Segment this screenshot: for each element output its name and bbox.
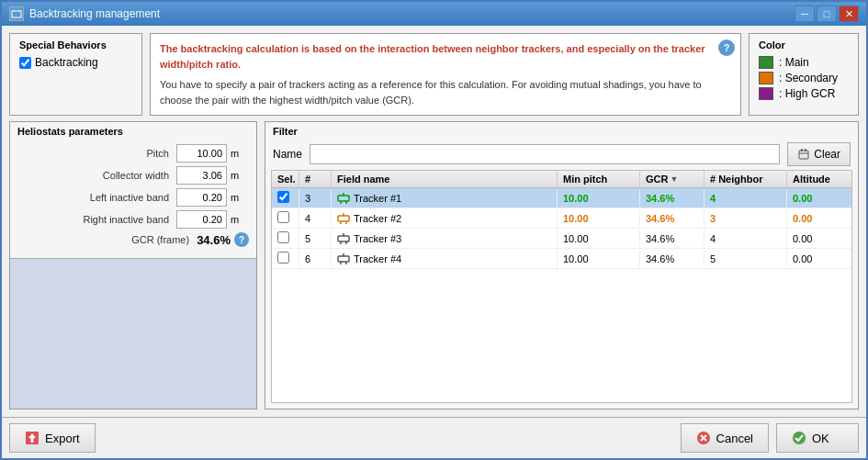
gcr-help-icon[interactable]: ? (234, 232, 249, 247)
color-swatch-high-gcr (759, 87, 773, 100)
table-header: Sel. # Field name Min pitch GCR ▼ # Neig… (272, 171, 851, 188)
tracker-name-1: Tracker #1 (354, 193, 401, 204)
color-legend-panel: Color : Main : Secondary : High GCR (749, 33, 859, 116)
td-num-2: 4 (299, 210, 332, 227)
col-gcr[interactable]: GCR ▼ (640, 171, 705, 187)
td-sel-4 (272, 249, 299, 268)
color-item-secondary: : Secondary (759, 72, 849, 84)
tracker-name-2: Tracker #2 (354, 213, 401, 224)
bottom-bar: Export Cancel OK (2, 417, 866, 458)
td-num-1: 3 (299, 190, 332, 207)
col-num: # (299, 171, 332, 187)
title-bar-left: Backtracking management (9, 6, 160, 21)
ok-label: OK (812, 432, 829, 445)
pitch-input[interactable] (176, 144, 227, 163)
tracker-cell-1: Tracker #1 (337, 192, 551, 205)
td-neighbor-4: 5 (705, 251, 787, 267)
backtracking-checkbox[interactable] (19, 57, 31, 69)
table-row[interactable]: 6 Tracker #4 (272, 249, 851, 269)
row-checkbox-2[interactable] (277, 211, 289, 223)
td-sel-2 (272, 208, 299, 228)
td-pitch-2: 10.00 (558, 210, 640, 227)
table-row[interactable]: 4 Tracker #2 (272, 208, 851, 229)
td-name-1: Tracker #1 (332, 189, 558, 208)
tracker-cell-3: Tracker #3 (337, 232, 551, 245)
pitch-label: Pitch (17, 148, 176, 159)
param-row-gcr: GCR (frame) 34.6% ? (17, 232, 249, 247)
row-checkbox-3[interactable] (277, 231, 289, 243)
close-button[interactable]: ✕ (839, 6, 859, 22)
top-row: Special Behaviors Backtracking The backt… (9, 33, 859, 116)
color-item-high-gcr: : High GCR (759, 87, 849, 100)
col-min-pitch: Min pitch (558, 171, 640, 187)
collector-width-input[interactable] (176, 166, 227, 185)
color-swatch-main (759, 56, 773, 69)
tracker-cell-4: Tracker #4 (337, 252, 551, 265)
info-help-icon[interactable]: ? (718, 39, 735, 56)
clear-button[interactable]: Clear (787, 142, 851, 166)
color-swatch-secondary (759, 72, 773, 84)
row-checkbox-4[interactable] (277, 252, 289, 264)
td-altitude-4: 0.00 (787, 251, 851, 267)
td-gcr-4: 34.6% (640, 251, 705, 267)
backtracking-checkbox-row: Backtracking (19, 56, 132, 69)
param-row-right-band: Right inactive band m (17, 210, 249, 229)
table-body: 3 Tracker #1 (272, 188, 851, 402)
svg-rect-7 (338, 196, 349, 201)
td-sel-3 (272, 229, 299, 248)
filter-name-label: Name (273, 148, 302, 161)
svg-rect-3 (799, 151, 808, 159)
main-content: Special Behaviors Backtracking The backt… (2, 26, 866, 417)
right-band-label: Right inactive band (17, 214, 176, 225)
filter-name-input[interactable] (310, 144, 780, 164)
svg-rect-0 (12, 11, 21, 17)
col-neighbor: # Neighbor (705, 171, 787, 187)
color-label-main: : Main (779, 56, 809, 69)
clear-icon (797, 148, 810, 161)
td-pitch-1: 10.00 (558, 190, 640, 207)
special-behaviors-panel: Special Behaviors Backtracking (9, 33, 142, 116)
backtracking-label: Backtracking (35, 56, 98, 69)
filter-row: Name Clear (265, 139, 858, 170)
td-num-3: 5 (299, 230, 332, 247)
heliostats-panel: Heliostats parameters Pitch m Collector … (9, 121, 257, 410)
td-pitch-3: 10.00 (558, 230, 640, 247)
td-gcr-2: 34.6% (640, 210, 705, 227)
minimize-button[interactable]: ─ (795, 6, 815, 22)
td-gcr-3: 34.6% (640, 230, 705, 247)
tracker-icon-4 (337, 252, 350, 265)
svg-rect-19 (338, 256, 349, 262)
td-neighbor-2: 3 (705, 210, 787, 227)
info-normal-text: You have to specify a pair of trackers a… (160, 77, 731, 107)
gcr-label: GCR (frame) (17, 234, 197, 245)
table-row[interactable]: 5 Tracker #3 (272, 229, 851, 249)
filter-panel: Filter Name Clear (265, 121, 859, 410)
window-title: Backtracking management (29, 7, 160, 20)
row-checkbox-1[interactable] (277, 191, 289, 203)
param-row-pitch: Pitch m (17, 144, 249, 163)
right-band-input[interactable] (176, 210, 227, 229)
heliostats-params: Pitch m Collector width m Left inactive … (10, 140, 256, 254)
maximize-button[interactable]: □ (817, 6, 837, 22)
ok-button[interactable]: OK (776, 423, 859, 453)
col-sel: Sel. (272, 171, 299, 187)
window-controls: ─ □ ✕ (795, 6, 859, 22)
tracker-name-4: Tracker #4 (354, 253, 401, 264)
filter-title: Filter (265, 122, 858, 139)
tracker-icon-3 (337, 232, 350, 245)
color-legend-title: Color (759, 39, 849, 50)
cancel-icon (696, 431, 711, 445)
export-button[interactable]: Export (9, 423, 96, 453)
col-altitude: Altitude (787, 171, 851, 187)
cancel-label: Cancel (716, 432, 753, 445)
cancel-button[interactable]: Cancel (681, 423, 769, 453)
collector-width-label: Collector width (17, 170, 176, 181)
left-band-input[interactable] (176, 188, 227, 207)
gcr-value: 34.6% (197, 233, 231, 247)
param-row-collector-width: Collector width m (17, 166, 249, 185)
table-row[interactable]: 3 Tracker #1 (272, 188, 851, 208)
tracker-icon-1 (337, 192, 350, 205)
td-name-4: Tracker #4 (332, 250, 558, 268)
heliostats-chart-area (10, 258, 256, 409)
ok-icon (792, 431, 806, 445)
